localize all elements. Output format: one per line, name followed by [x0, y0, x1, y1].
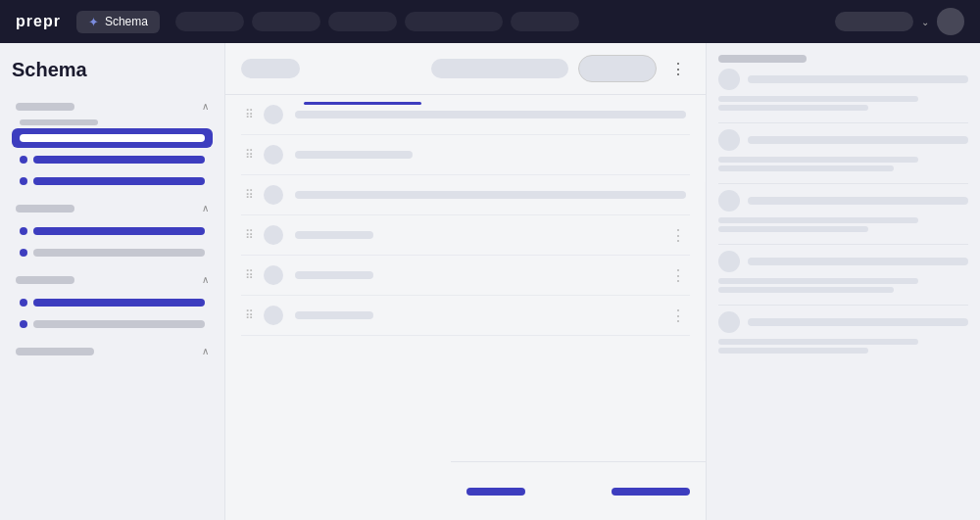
rp-text-bar-4b — [718, 287, 894, 293]
rp-circle-4 — [718, 251, 740, 272]
sidebar-item-label-bar-7 — [33, 320, 205, 328]
rp-item-2 — [718, 129, 968, 171]
sidebar-item-3[interactable] — [12, 171, 213, 191]
sidebar-dot-5 — [20, 249, 27, 257]
row-more-button-5[interactable]: ⋮ — [670, 266, 686, 285]
toolbar-more-button[interactable]: ⋮ — [666, 57, 690, 80]
sidebar-item-label-bar-4 — [33, 227, 205, 235]
drag-icon-1: ⠿ — [245, 108, 252, 121]
rp-text-bar-1a — [718, 96, 918, 102]
topnav-right: ⌄ — [835, 8, 964, 35]
main-layout: Schema ∧ ∧ — [0, 43, 980, 520]
toolbar: ⋮ — [225, 43, 706, 95]
schema-tab-label: Schema — [105, 15, 148, 28]
topnav-avatar[interactable] — [937, 8, 964, 35]
sidebar-group-3-chevron-icon: ∧ — [202, 274, 209, 285]
sidebar-item-7[interactable] — [12, 314, 213, 334]
sidebar-item-6[interactable] — [12, 293, 213, 312]
rp-text-bar-2a — [718, 157, 918, 163]
drag-icon-5: ⠿ — [245, 268, 252, 282]
rp-circle-5 — [718, 311, 740, 333]
sidebar-item-4[interactable] — [12, 221, 213, 241]
row-icon-1 — [264, 105, 283, 124]
three-dots-icon: ⋮ — [670, 60, 687, 78]
logo: prepr — [16, 13, 61, 30]
sidebar: Schema ∧ ∧ — [0, 43, 225, 520]
sidebar-item-label-bar-5 — [33, 249, 205, 257]
sidebar-group-2-header[interactable]: ∧ — [12, 199, 213, 217]
row-more-button-4[interactable]: ⋮ — [670, 226, 686, 245]
nav-pill-5[interactable] — [511, 12, 579, 31]
row-bar-2 — [295, 151, 413, 159]
topnav: prepr ✦ Schema ⌄ — [0, 0, 980, 43]
rp-circle-1 — [718, 69, 740, 90]
table-row-6: ⠿ ⋮ — [241, 296, 690, 336]
rp-text-bar-1b — [718, 105, 868, 111]
row-icon-6 — [264, 306, 283, 325]
rp-bar-1 — [748, 75, 968, 83]
sidebar-sub-label — [20, 119, 98, 125]
table-row-2: ⠿ — [241, 135, 690, 175]
rp-bar-4 — [748, 258, 968, 265]
nav-pill-4[interactable] — [405, 12, 503, 31]
drag-icon-3: ⠿ — [245, 188, 252, 202]
topnav-pills — [175, 12, 819, 31]
row-icon-5 — [264, 265, 283, 285]
rp-label-1 — [718, 55, 807, 63]
topnav-chevron-icon: ⌄ — [921, 17, 929, 27]
rp-circle-3 — [718, 190, 740, 212]
sidebar-item-label-bar-6 — [33, 299, 205, 307]
nav-pill-1[interactable] — [175, 12, 244, 31]
page-title: Schema — [12, 59, 213, 81]
sidebar-item-label-bar-2 — [33, 156, 205, 164]
row-bar-1 — [295, 111, 686, 118]
rp-item-3 — [718, 190, 968, 232]
drag-icon-2: ⠿ — [245, 148, 252, 162]
sidebar-group-2: ∧ — [12, 199, 213, 262]
table-row-4: ⠿ ⋮ — [241, 215, 690, 256]
rp-bar-3 — [748, 197, 968, 205]
table-row-5: ⠿ ⋮ — [241, 256, 690, 296]
row-icon-4 — [264, 225, 283, 245]
schema-tab[interactable]: ✦ Schema — [76, 11, 160, 33]
toolbar-pill-1 — [241, 59, 300, 78]
topnav-right-pill[interactable] — [835, 12, 913, 31]
row-bar-5 — [295, 271, 373, 279]
sidebar-item-label-bar-3 — [33, 177, 205, 185]
sidebar-item-2[interactable] — [12, 150, 213, 169]
sidebar-item-active[interactable] — [12, 128, 213, 148]
sidebar-group-4-header[interactable]: ∧ — [12, 342, 213, 360]
nav-pill-3[interactable] — [328, 12, 397, 31]
sidebar-item-5[interactable] — [12, 243, 213, 262]
rp-text-bar-5b — [718, 348, 868, 354]
rp-separator-4 — [718, 305, 968, 306]
sidebar-item-bar-1 — [20, 134, 205, 142]
sidebar-group-4-label — [16, 348, 94, 355]
sidebar-group-3-header[interactable]: ∧ — [12, 270, 213, 289]
drag-icon-4: ⠿ — [245, 228, 252, 242]
sidebar-group-1-chevron-icon: ∧ — [202, 101, 209, 112]
rp-item-1 — [718, 69, 968, 111]
row-bar-6 — [295, 311, 373, 319]
bottom-pill-blue — [466, 488, 525, 496]
rp-separator-2 — [718, 183, 968, 184]
row-bar-4 — [295, 231, 373, 239]
rp-bar-5 — [748, 318, 968, 326]
toolbar-action-btn[interactable] — [578, 55, 657, 82]
sidebar-group-3-label — [16, 276, 74, 284]
rp-text-bar-3a — [718, 217, 918, 223]
rp-text-bar-4a — [718, 278, 918, 284]
sidebar-dot-4 — [20, 227, 27, 235]
sidebar-group-4-chevron-icon: ∧ — [202, 346, 209, 356]
sidebar-group-1-header[interactable]: ∧ — [12, 97, 213, 116]
row-bar-3 — [295, 191, 686, 199]
blue-underline-accent — [304, 102, 421, 105]
rp-text-bar-2b — [718, 165, 894, 171]
schema-tab-icon: ✦ — [88, 15, 99, 29]
rp-text-bar-5a — [718, 339, 918, 345]
row-more-button-6[interactable]: ⋮ — [670, 307, 686, 325]
nav-pill-2[interactable] — [252, 12, 320, 31]
rp-item-5 — [718, 311, 968, 354]
content-area: ⋮ ⠿ ⠿ ⠿ ⠿ ⋮ — [225, 43, 706, 520]
bottom-pill-blue-2 — [612, 488, 690, 496]
